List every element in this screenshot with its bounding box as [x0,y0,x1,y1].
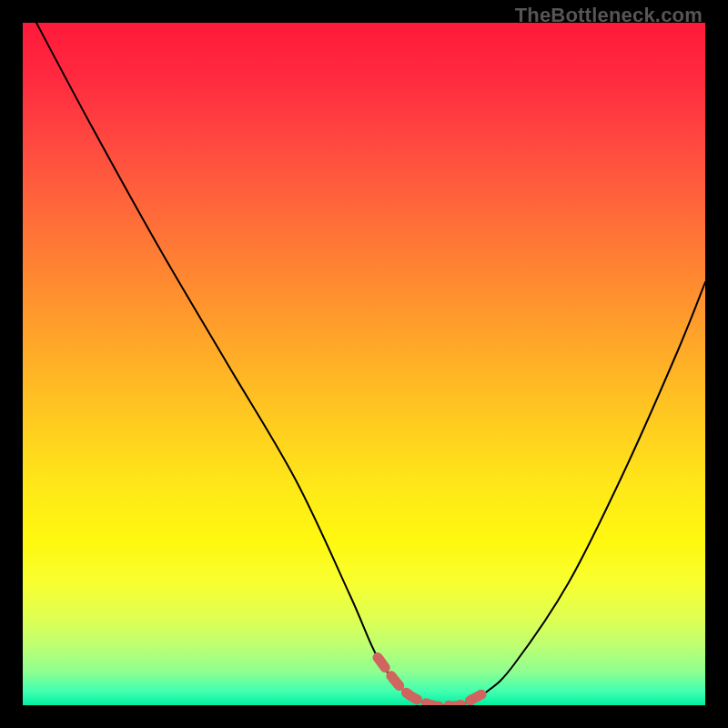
bottleneck-curve-line [36,23,705,705]
curve-svg [23,23,705,705]
plot-area [23,23,705,705]
optimal-range-marker [378,658,487,706]
attribution-text: TheBottleneck.com [515,4,703,27]
chart-container: TheBottleneck.com [0,0,728,728]
